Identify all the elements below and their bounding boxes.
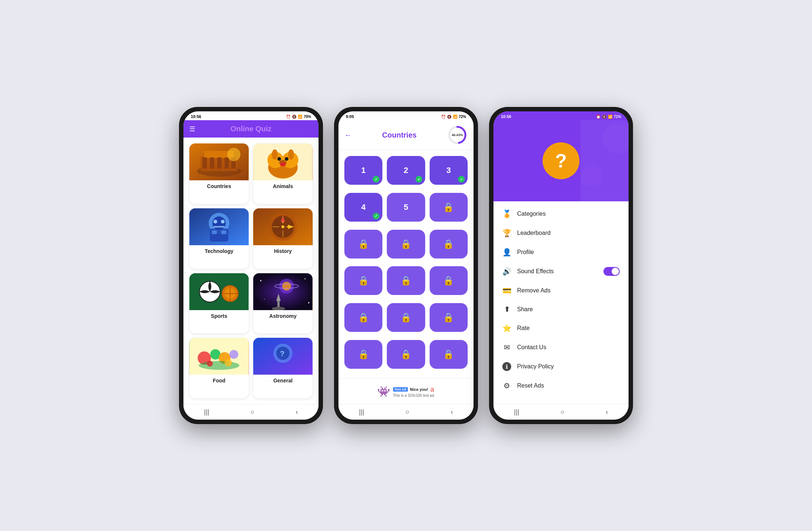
svg-point-50 bbox=[264, 299, 265, 299]
menu-item-reset-ads[interactable]: ⚙ Reset Ads bbox=[493, 376, 629, 395]
svg-rect-6 bbox=[217, 157, 222, 169]
leaderboard-label: Leaderboard bbox=[517, 230, 620, 236]
category-card-animals[interactable]: Animals bbox=[253, 143, 313, 204]
level-btn-2[interactable]: 2 ✓ bbox=[387, 156, 425, 185]
level-btn-12[interactable]: 🔒 bbox=[430, 266, 468, 295]
sound-toggle[interactable] bbox=[603, 267, 620, 276]
status-icons-3: ⏰ 🔇 📶 71% bbox=[596, 115, 621, 119]
rate-label: Rate bbox=[517, 325, 620, 332]
level-btn-9[interactable]: 🔒 bbox=[430, 230, 468, 258]
level-btn-5[interactable]: 5 bbox=[387, 193, 425, 222]
svg-point-62 bbox=[225, 359, 232, 367]
nav-recent-2[interactable]: ‹ bbox=[451, 408, 453, 416]
menu-item-profile[interactable]: 👤 Profile bbox=[493, 243, 629, 262]
level-btn-13[interactable]: 🔒 bbox=[344, 303, 382, 332]
phone-3: 10:56 ⏰ 🔇 📶 71% ? bbox=[489, 107, 633, 424]
menu-item-sound-effects[interactable]: 🔊 Sound Effects bbox=[493, 262, 629, 281]
lock-icon-7: 🔒 bbox=[358, 239, 369, 249]
menu-item-leaderboard[interactable]: 🏆 Leaderboard bbox=[493, 223, 629, 243]
category-card-food[interactable]: Food bbox=[189, 338, 249, 398]
svg-rect-5 bbox=[210, 157, 214, 169]
category-card-technology[interactable]: Technology bbox=[189, 208, 249, 269]
menu-item-remove-ads[interactable]: 💳 Remove Ads bbox=[493, 281, 629, 300]
ad-monster-icon: 👾 bbox=[377, 385, 390, 398]
svg-point-16 bbox=[278, 157, 281, 161]
svg-rect-27 bbox=[212, 230, 217, 234]
reset-ads-icon: ⚙ bbox=[502, 381, 511, 390]
category-card-general[interactable]: ? General bbox=[253, 338, 313, 398]
level-btn-1[interactable]: 1 ✓ bbox=[344, 156, 382, 185]
menu-item-rate[interactable]: ⭐ Rate bbox=[493, 319, 629, 338]
google-icon: a bbox=[430, 386, 434, 393]
category-card-history[interactable]: History bbox=[253, 208, 313, 269]
svg-point-61 bbox=[207, 361, 213, 367]
menu-item-share[interactable]: ⬆ Share bbox=[493, 300, 629, 319]
time-1: 10:56 bbox=[191, 114, 201, 119]
nav-home-1[interactable]: ○ bbox=[251, 408, 255, 416]
level-btn-15[interactable]: 🔒 bbox=[430, 303, 468, 332]
svg-rect-4 bbox=[203, 157, 207, 169]
leaderboard-icon: 🏆 bbox=[502, 229, 511, 237]
menu-item-contact-us[interactable]: ✉ Contact Us bbox=[493, 338, 629, 357]
category-label-technology: Technology bbox=[189, 245, 249, 257]
screen-countries: ← Countries 46.43% 1 ✓ 2 bbox=[338, 120, 474, 420]
menu-list: 🏅 Categories 🏆 Leaderboard 👤 Profile 🔊 S… bbox=[493, 201, 629, 404]
menu-item-privacy-policy[interactable]: ℹ Privacy Policy bbox=[493, 357, 629, 376]
svg-point-14 bbox=[272, 149, 278, 160]
svg-point-60 bbox=[199, 361, 240, 370]
category-label-sports: Sports bbox=[189, 310, 249, 322]
lock-icon-13: 🔒 bbox=[358, 312, 369, 323]
level-btn-14[interactable]: 🔒 bbox=[387, 303, 425, 332]
phone-2: 9:05 ⏰ 🔇 📶 72% ← Countries 46.43% bbox=[334, 107, 478, 424]
level-btn-7[interactable]: 🔒 bbox=[344, 230, 382, 258]
level-btn-16[interactable]: 🔒 bbox=[344, 340, 382, 369]
nav-home-3[interactable]: ○ bbox=[561, 408, 565, 416]
category-label-countries: Countries bbox=[189, 180, 249, 192]
nav-recent-1[interactable]: ‹ bbox=[296, 408, 298, 416]
contact-us-label: Contact Us bbox=[517, 344, 620, 351]
level-btn-17[interactable]: 🔒 bbox=[387, 340, 425, 369]
svg-point-19 bbox=[280, 163, 286, 166]
hamburger-icon[interactable]: ☰ bbox=[189, 125, 195, 133]
level-btn-6[interactable]: 🔒 bbox=[430, 193, 468, 222]
nav-back-1[interactable]: ||| bbox=[204, 408, 209, 416]
category-card-countries[interactable]: Countries bbox=[189, 143, 249, 204]
check-badge-2: ✓ bbox=[416, 176, 422, 183]
nav-home-2[interactable]: ○ bbox=[406, 408, 410, 416]
ad-description: This is a 320x100 test ad. bbox=[393, 393, 435, 398]
level-btn-11[interactable]: 🔒 bbox=[387, 266, 425, 295]
svg-point-23 bbox=[214, 220, 217, 223]
lock-icon-10: 🔒 bbox=[358, 275, 369, 286]
ad-nice: Nice you! bbox=[410, 387, 429, 392]
category-card-sports[interactable]: Sports bbox=[189, 273, 249, 334]
level-btn-10[interactable]: 🔒 bbox=[344, 266, 382, 295]
category-img-food bbox=[189, 338, 249, 375]
lock-icon-15: 🔒 bbox=[443, 312, 454, 323]
status-icons-1: ⏰ 🔇 📶 70% bbox=[286, 115, 311, 119]
phone-1: 10:56 ⏰ 🔇 📶 70% ☰ Online Quiz bbox=[179, 107, 323, 424]
svg-point-49 bbox=[304, 278, 306, 279]
menu-item-categories[interactable]: 🏅 Categories bbox=[493, 204, 629, 223]
nav-bar-1: ||| ○ ‹ bbox=[183, 404, 319, 420]
level-btn-8[interactable]: 🔒 bbox=[387, 230, 425, 258]
nav-back-3[interactable]: ||| bbox=[514, 408, 519, 416]
category-label-history: History bbox=[253, 245, 313, 257]
level-btn-4[interactable]: 4 ✓ bbox=[344, 193, 382, 222]
category-card-astronomy[interactable]: Astronomy bbox=[253, 273, 313, 334]
toggle-knob bbox=[612, 268, 619, 275]
nav-recent-3[interactable]: ‹ bbox=[606, 408, 608, 416]
level-btn-3[interactable]: 3 ✓ bbox=[430, 156, 468, 185]
share-label: Share bbox=[517, 306, 620, 313]
back-button[interactable]: ← bbox=[344, 131, 352, 139]
lock-icon-6: 🔒 bbox=[443, 202, 454, 212]
time-2: 9:05 bbox=[346, 114, 354, 119]
level-btn-18[interactable]: 🔒 bbox=[430, 340, 468, 369]
nav-back-2[interactable]: ||| bbox=[359, 408, 364, 416]
svg-point-9 bbox=[227, 148, 241, 161]
ad-text: Test Ad Nice you! a This is a 320x100 te… bbox=[393, 386, 435, 398]
lock-icon-16: 🔒 bbox=[358, 349, 369, 360]
ad-label: Test Ad bbox=[393, 387, 408, 392]
menu-header: ? bbox=[493, 120, 629, 201]
screen-menu: ? 🏅 Categories 🏆 Leaderboard 👤 Profile bbox=[493, 120, 629, 420]
privacy-icon: ℹ bbox=[502, 362, 511, 371]
